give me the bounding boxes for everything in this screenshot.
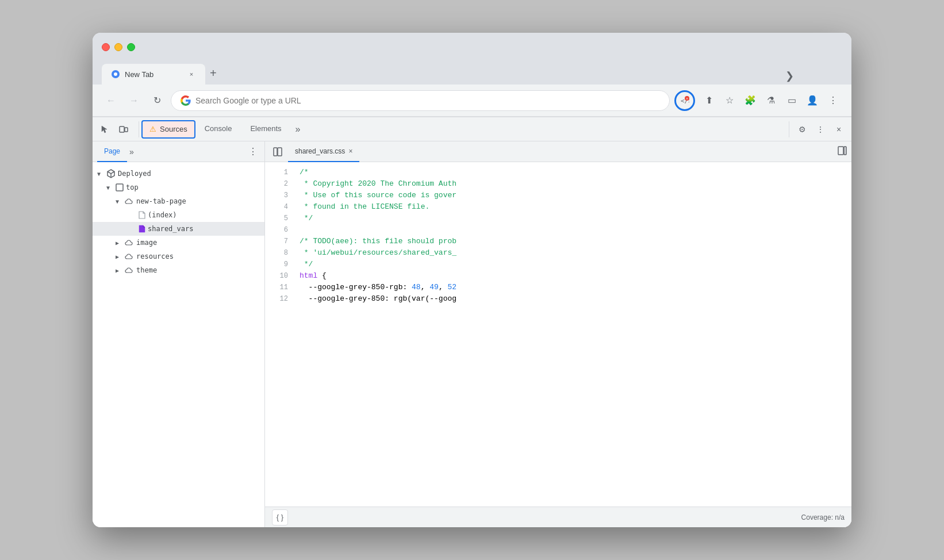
warning-icon: ⚠ <box>149 125 156 133</box>
code-line-12: --google-grey-850: rgb(var(--goog <box>300 293 851 305</box>
image-label: image <box>136 239 157 247</box>
tree-item-new-tab-page[interactable]: ▼ new-tab-page <box>93 194 264 208</box>
file-tree: ▼ Deployed ▼ <box>93 162 264 527</box>
sources-left-overflow[interactable]: » <box>127 147 136 156</box>
new-tab-page-icon <box>125 198 134 205</box>
tab-elements[interactable]: Elements <box>241 117 290 141</box>
minimize-button[interactable] <box>114 43 122 51</box>
sidebar-icon: ▭ <box>788 95 796 106</box>
line-num-9: 9 <box>265 259 288 270</box>
svg-rect-6 <box>125 128 128 132</box>
devtools-settings-button[interactable]: ⚙ <box>794 121 810 137</box>
tab-overflow-button[interactable]: ❯ <box>785 70 794 82</box>
sources-file-tab-shared-vars[interactable]: shared_vars.css × <box>288 141 359 162</box>
back-button[interactable]: ← <box>102 91 120 110</box>
profile-button[interactable]: 👤 <box>803 91 822 110</box>
refresh-icon: ↻ <box>154 95 161 106</box>
devtools-tabs: ⚠ Sources Console Elements » <box>141 117 789 141</box>
line-num-2: 2 <box>265 178 288 190</box>
file-tab-name: shared_vars.css <box>295 147 345 155</box>
tree-item-top[interactable]: ▼ top <box>93 181 264 194</box>
top-arrow-icon: ▼ <box>106 185 113 191</box>
chrome-menu-button[interactable]: ⋮ <box>824 91 842 110</box>
code-line-8: * 'ui/webui/resources/shared_vars_ <box>300 247 851 259</box>
line-num-5: 5 <box>265 213 288 224</box>
top-label: top <box>126 183 139 191</box>
share-button[interactable]: ⬆ <box>700 91 718 110</box>
devtools-content: Page » ⋮ ▼ <box>93 141 851 527</box>
share-icon: ⬆ <box>705 95 713 106</box>
svg-rect-11 <box>838 147 843 155</box>
lab-button[interactable]: ⚗ <box>762 91 780 110</box>
code-line-11: --google-grey-850-rgb: 48, 49, 52 <box>300 282 851 293</box>
new-tab-button[interactable]: + <box>205 64 221 82</box>
browser-tab[interactable]: New Tab × <box>102 64 205 85</box>
sidebar-button[interactable]: ▭ <box>782 91 801 110</box>
image-icon <box>125 239 134 246</box>
svg-rect-12 <box>844 147 846 155</box>
devtools-tab-overflow[interactable]: » <box>291 124 305 135</box>
theme-icon <box>125 267 134 274</box>
page-tab-label: Page <box>104 147 120 155</box>
tree-item-deployed[interactable]: ▼ Deployed <box>93 167 264 181</box>
line-num-6: 6 <box>265 224 288 236</box>
devtools-more-button[interactable]: ⋮ <box>812 121 828 137</box>
svg-rect-10 <box>278 148 282 156</box>
code-line-6 <box>300 224 851 236</box>
tree-item-index[interactable]: ▶ (index) <box>93 208 264 222</box>
tab-sources[interactable]: ⚠ Sources <box>141 120 195 139</box>
deployed-icon <box>106 169 116 178</box>
resources-icon <box>125 253 134 260</box>
tab-console[interactable]: Console <box>195 117 241 141</box>
tree-item-shared-vars[interactable]: ▶ shared_vars <box>93 222 264 236</box>
devtools-close-button[interactable]: × <box>831 121 847 137</box>
theme-arrow-icon: ▶ <box>116 267 122 274</box>
inspect-element-button[interactable] <box>97 121 113 137</box>
sources-left-menu-button[interactable]: ⋮ <box>246 146 260 157</box>
extensions-button[interactable]: 🧩 <box>741 91 759 110</box>
code-line-3: * Use of this source code is gover <box>300 190 851 201</box>
sources-right-panel: shared_vars.css × 1 <box>265 141 851 527</box>
tree-item-resources[interactable]: ▶ resources <box>93 250 264 263</box>
theme-label: theme <box>136 266 157 274</box>
forward-button[interactable]: → <box>125 91 143 110</box>
index-file-icon <box>139 211 145 219</box>
code-editor[interactable]: 1 2 3 4 5 6 7 8 9 10 11 12 <box>265 162 851 507</box>
index-label: (index) <box>148 211 177 219</box>
profile-icon: 👤 <box>807 95 818 106</box>
coverage-label: Coverage: n/a <box>801 513 845 521</box>
main-content: ⚠ Sources Console Elements » ⚙ <box>93 117 851 527</box>
device-toggle-button[interactable] <box>116 121 132 137</box>
refresh-button[interactable]: ↻ <box>148 91 166 110</box>
maximize-button[interactable] <box>127 43 135 51</box>
address-bar[interactable] <box>171 90 670 111</box>
top-icon <box>116 183 124 191</box>
shared-vars-label: shared_vars <box>148 225 193 233</box>
bookmark-button[interactable]: ☆ <box>720 91 739 110</box>
collapse-right-button[interactable] <box>838 146 847 158</box>
tab-close-button[interactable]: × <box>187 70 196 79</box>
new-tab-page-label: new-tab-page <box>136 197 186 205</box>
line-num-4: 4 <box>265 201 288 213</box>
tree-item-image[interactable]: ▶ image <box>93 236 264 250</box>
address-input[interactable] <box>195 96 660 105</box>
forward-icon: → <box>129 95 139 106</box>
close-button[interactable] <box>102 43 110 51</box>
device-icon <box>119 125 128 134</box>
more-icon: ⋮ <box>816 125 824 134</box>
pretty-print-button[interactable]: { } <box>272 509 288 526</box>
tab-title: New Tab <box>125 70 182 79</box>
elements-tab-label: Elements <box>250 124 281 133</box>
settings-icon: ⚙ <box>799 125 806 134</box>
collapse-left-button[interactable] <box>270 144 286 160</box>
svg-rect-9 <box>274 148 277 156</box>
toolbar-icons: ⬆ ☆ 🧩 ⚗ ▭ 👤 ⋮ <box>700 91 842 110</box>
devtools-toggle-button[interactable]: </> × <box>674 90 695 111</box>
file-tab-close-button[interactable]: × <box>348 147 352 155</box>
google-icon <box>181 95 191 106</box>
sources-left-tabs: Page » ⋮ <box>93 141 264 162</box>
collapse-left-icon <box>273 147 282 156</box>
tree-item-theme[interactable]: ▶ theme <box>93 263 264 277</box>
code-line-5: */ <box>300 213 851 224</box>
sources-page-tab[interactable]: Page <box>97 141 127 162</box>
